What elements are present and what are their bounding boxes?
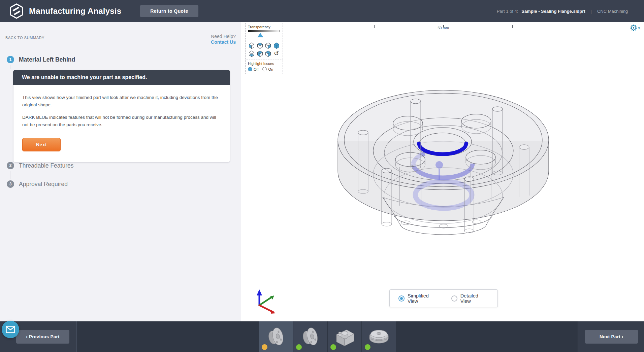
detailed-view-label: Detailed View [460, 293, 489, 304]
part-preview-flange [264, 326, 288, 348]
status-badge-ok [296, 344, 302, 350]
analysis-sidebar: BACK TO SUMMARY Need Help? Contact Us 1 … [0, 22, 241, 321]
next-part-button[interactable]: Next Part › [585, 330, 638, 344]
step-3-badge: 3 [7, 180, 14, 188]
step-connector [10, 65, 10, 69]
status-badge-warning [262, 344, 267, 350]
highlight-issues-label: Highlight Issues [248, 62, 280, 66]
envelope-icon [6, 326, 15, 333]
status-badge-ok [365, 344, 371, 350]
viewer-settings-button[interactable]: ⚙ ▾ [630, 24, 640, 32]
part-position: Part 1 of 4: [497, 9, 518, 14]
radio-selected-icon [398, 295, 405, 302]
step-connector [10, 171, 10, 179]
view-top-icon[interactable] [256, 42, 264, 49]
view-isometric-icon[interactable] [273, 42, 280, 49]
part-info: Part 1 of 4: Sample - Sealing Flange.sld… [497, 9, 628, 14]
transparency-label: Transparency [248, 25, 280, 29]
part-preview-flange [298, 326, 322, 348]
highlight-off-label: Off [254, 67, 258, 71]
viewer-tool-panel: Transparency [245, 23, 283, 74]
brand-logo-icon [9, 3, 24, 19]
view-right-icon[interactable] [264, 42, 272, 49]
need-help-label: Need Help? [211, 34, 236, 39]
view-back-icon[interactable] [264, 50, 272, 57]
part-navigation-bar: ‹ Previous Part [0, 321, 644, 352]
view-front-icon[interactable] [248, 42, 255, 49]
step-3-label: Approval Required [19, 181, 68, 188]
contact-us-link[interactable]: Contact Us [211, 39, 236, 45]
step-approval-required[interactable]: 3 Approval Required [7, 180, 68, 188]
app-title: Manufacturing Analysis [29, 6, 121, 16]
part-thumbnail-4[interactable] [362, 321, 396, 352]
step-1-label: Material Left Behind [19, 56, 75, 63]
footer-right-section: Next Part › [578, 321, 644, 352]
step-material-left-behind[interactable]: 1 Material Left Behind [7, 56, 75, 63]
view-bottom-icon[interactable] [248, 50, 255, 57]
part-thumbnail-2[interactable] [293, 321, 327, 352]
detailed-view-radio[interactable]: Detailed View [451, 293, 489, 304]
part-3d-model[interactable] [241, 22, 644, 321]
highlight-issues-on-radio[interactable]: On [262, 67, 273, 71]
model-viewer[interactable]: Transparency [241, 22, 644, 321]
issue-card-title: We are unable to machine your part as sp… [13, 70, 230, 85]
process-label: CNC Machining [597, 9, 628, 14]
issue-card: We are unable to machine your part as sp… [13, 70, 230, 163]
issue-description-1: This view shows how your finished part w… [22, 94, 222, 109]
simplified-view-label: Simplified View [408, 293, 439, 304]
highlight-issues-off-radio[interactable]: Off [248, 67, 258, 71]
issue-ghost-dot [436, 161, 443, 169]
transparency-slider-handle[interactable] [257, 33, 263, 37]
radio-selected-icon [248, 67, 252, 71]
radio-unselected-icon [262, 67, 267, 71]
part-thumbnail-strip [77, 321, 578, 352]
simplified-view-radio[interactable]: Simplified View [398, 293, 439, 304]
step-2-label: Threadable Features [19, 162, 73, 169]
help-box: Need Help? Contact Us [211, 34, 236, 45]
previous-part-button[interactable]: ‹ Previous Part [16, 330, 69, 344]
rotate-view-icon[interactable]: ↺ [273, 50, 280, 57]
next-step-button[interactable]: Next [22, 138, 61, 151]
view-left-icon[interactable] [256, 50, 264, 57]
header-divider: | [589, 9, 594, 14]
status-badge-ok [330, 344, 336, 350]
view-mode-toggle: Simplified View Detailed View [389, 289, 498, 307]
step-threadable-features[interactable]: 2 Threadable Features [7, 162, 73, 169]
back-to-summary-link[interactable]: BACK TO SUMMARY [5, 36, 44, 40]
gear-icon: ⚙ [630, 24, 637, 32]
axis-triad [250, 282, 284, 316]
part-filename: Sample - Sealing Flange.sldprt [521, 9, 585, 14]
issue-description-2: DARK BLUE indicates features that will n… [22, 114, 222, 129]
part-preview-housing [366, 326, 392, 348]
step-2-badge: 2 [7, 162, 14, 169]
return-to-quote-button[interactable]: Return to Quote [140, 5, 198, 17]
part-preview-block [332, 326, 357, 348]
radio-unselected-icon [451, 295, 457, 302]
chevron-down-icon: ▾ [638, 26, 640, 30]
app-header: Manufacturing Analysis Return to Quote P… [0, 0, 644, 22]
highlight-on-label: On [268, 67, 273, 71]
part-thumbnail-3[interactable] [328, 321, 361, 352]
part-thumbnail-1[interactable] [259, 321, 293, 352]
transparency-slider-track[interactable] [248, 30, 280, 32]
step-1-badge: 1 [7, 56, 14, 63]
scale-bar: 50 mm [374, 25, 513, 30]
chat-button[interactable] [2, 321, 19, 338]
